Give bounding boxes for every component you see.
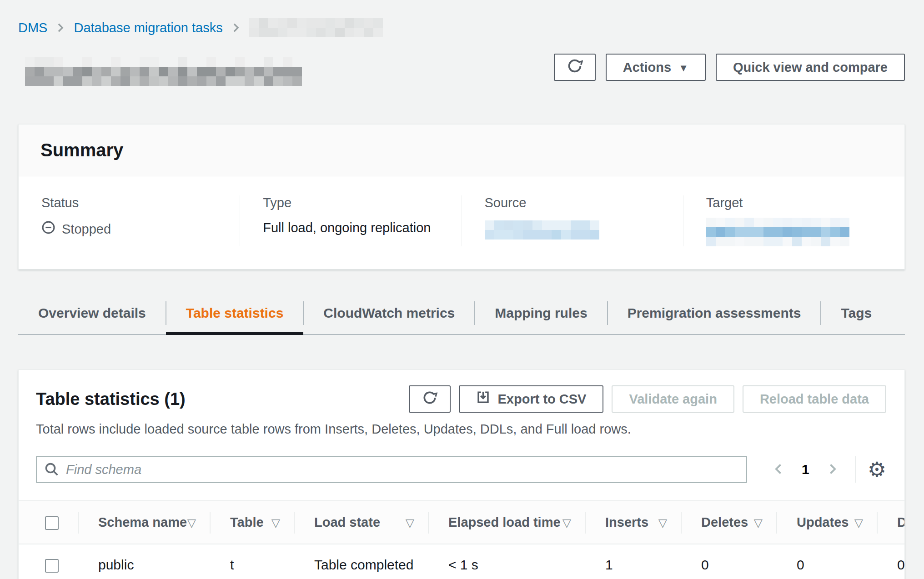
- source-label: Source: [485, 195, 660, 210]
- column-header-load-state[interactable]: Load state ▽: [294, 501, 428, 544]
- column-header-schema-name[interactable]: Schema name ▽: [78, 501, 210, 544]
- actions-button-label: Actions: [623, 60, 671, 75]
- export-csv-label: Export to CSV: [497, 392, 586, 407]
- chevron-left-icon: [773, 462, 785, 478]
- column-label: DDLs: [897, 515, 905, 529]
- summary-field-target: Target: [683, 195, 904, 246]
- cell-deletes: 0: [681, 544, 776, 579]
- table-header-row: Schema name ▽ Table ▽ Load state ▽ Ela: [19, 501, 905, 544]
- summary-card-header: Summary: [19, 125, 904, 176]
- summary-grid: Status Stopped Type Full load, ongoing r…: [19, 176, 904, 269]
- tab-mapping-rules[interactable]: Mapping rules: [475, 292, 607, 334]
- quick-view-label: Quick view and compare: [733, 60, 888, 75]
- task-detail-tabs: Overview details Table statistics CloudW…: [18, 292, 905, 335]
- next-page-button[interactable]: [821, 458, 843, 481]
- sort-icon: ▽: [754, 516, 763, 529]
- sort-icon: ▽: [854, 516, 863, 529]
- target-value-redacted: [706, 218, 849, 246]
- statistics-table-container: Schema name ▽ Table ▽ Load state ▽ Ela: [19, 500, 904, 579]
- refresh-icon: [422, 390, 437, 409]
- select-all-checkbox[interactable]: [45, 516, 59, 530]
- export-csv-button[interactable]: Export to CSV: [459, 385, 603, 413]
- refresh-icon: [567, 58, 583, 77]
- column-header-elapsed-load-time[interactable]: Elapsed load time ▽: [428, 501, 585, 544]
- column-header-updates[interactable]: Updates ▽: [776, 501, 877, 544]
- page-header: Actions ▼ Quick view and compare: [18, 51, 905, 86]
- reload-table-data-button[interactable]: Reload table data: [743, 385, 886, 413]
- table-card-header: Table statistics (1): [19, 370, 904, 437]
- tab-premigration-assessments[interactable]: Premigration assessments: [608, 292, 821, 334]
- source-value-redacted: [485, 220, 599, 240]
- validate-again-label: Validate again: [629, 392, 717, 407]
- column-label: Updates: [797, 515, 849, 529]
- quick-view-compare-button[interactable]: Quick view and compare: [716, 54, 905, 81]
- cell-table: t: [210, 544, 294, 579]
- breadcrumb-item-redacted: [249, 18, 383, 37]
- table-settings-button[interactable]: ⚙: [868, 459, 886, 480]
- chevron-down-icon: ▼: [678, 62, 688, 74]
- actions-button[interactable]: Actions ▼: [606, 54, 706, 81]
- export-icon: [476, 390, 490, 408]
- column-header-deletes[interactable]: Deletes ▽: [681, 501, 776, 544]
- row-checkbox[interactable]: [45, 559, 59, 573]
- column-label: Schema name: [98, 515, 187, 529]
- type-label: Type: [263, 195, 438, 210]
- cell-inserts: 1: [585, 544, 681, 579]
- tab-cloudwatch-metrics[interactable]: CloudWatch metrics: [303, 292, 475, 334]
- type-value: Full load, ongoing replication: [263, 220, 438, 235]
- tab-table-statistics[interactable]: Table statistics: [166, 292, 304, 334]
- statistics-table: Schema name ▽ Table ▽ Load state ▽ Ela: [19, 500, 905, 579]
- cell-ddls: 0: [877, 544, 905, 579]
- sort-icon: ▽: [406, 516, 414, 529]
- column-header-table[interactable]: Table ▽: [210, 501, 294, 544]
- pagination: 1 ⚙: [768, 456, 886, 483]
- cell-load-state: Table completed: [294, 544, 428, 579]
- table-row: public t Table completed < 1 s 1 0 0 0: [19, 544, 905, 579]
- breadcrumb-item-dms[interactable]: DMS: [18, 20, 47, 35]
- column-header-inserts[interactable]: Inserts ▽: [585, 501, 681, 544]
- summary-field-source: Source: [462, 195, 683, 246]
- chevron-right-icon: [231, 22, 241, 34]
- tab-overview-details[interactable]: Overview details: [18, 292, 166, 334]
- table-refresh-button[interactable]: [409, 385, 451, 413]
- breadcrumb-item-tasks[interactable]: Database migration tasks: [74, 20, 222, 35]
- refresh-button[interactable]: [554, 54, 596, 81]
- summary-field-status: Status Stopped: [19, 195, 240, 246]
- column-label: Table: [230, 515, 264, 529]
- cell-updates: 0: [776, 544, 877, 579]
- table-statistics-description: Total rows include loaded source table r…: [36, 422, 886, 437]
- validate-again-button[interactable]: Validate again: [612, 385, 734, 413]
- cell-elapsed-load-time: < 1 s: [428, 544, 585, 579]
- target-label: Target: [706, 195, 882, 210]
- column-label: Elapsed load time: [448, 515, 561, 529]
- sort-icon: ▽: [271, 516, 280, 529]
- page-title-redacted: [25, 57, 302, 86]
- breadcrumb: DMS Database migration tasks: [18, 17, 905, 38]
- column-header-ddls[interactable]: DDLs: [877, 501, 905, 544]
- column-label: Load state: [314, 515, 380, 529]
- sort-icon: ▽: [187, 516, 196, 529]
- reload-table-data-label: Reload table data: [760, 392, 869, 407]
- summary-field-type: Type Full load, ongoing replication: [240, 195, 461, 246]
- table-statistics-card: Table statistics (1): [18, 369, 905, 579]
- table-toolbar: Export to CSV Validate again Reload tabl…: [409, 385, 886, 413]
- table-filter-row: 1 ⚙: [19, 456, 904, 483]
- find-schema-input[interactable]: [36, 456, 747, 483]
- dms-task-page: DMS Database migration tasks Actions: [0, 0, 924, 579]
- summary-card: Summary Status Stopped Type Full load, o…: [18, 124, 905, 270]
- chevron-right-icon: [55, 22, 65, 34]
- column-label: Inserts: [605, 515, 648, 529]
- tab-tags[interactable]: Tags: [821, 292, 892, 334]
- previous-page-button[interactable]: [768, 458, 790, 481]
- gear-icon: ⚙: [868, 458, 886, 481]
- summary-title: Summary: [40, 140, 883, 160]
- cell-schema-name: public: [78, 544, 210, 579]
- sort-icon: ▽: [658, 516, 667, 529]
- status-label: Status: [41, 195, 217, 210]
- chevron-right-icon: [826, 462, 839, 478]
- header-actions: Actions ▼ Quick view and compare: [554, 54, 905, 81]
- table-statistics-title: Table statistics (1): [36, 389, 186, 409]
- stopped-status-icon: [41, 220, 55, 238]
- page-number[interactable]: 1: [799, 461, 812, 478]
- sort-icon: ▽: [562, 516, 571, 529]
